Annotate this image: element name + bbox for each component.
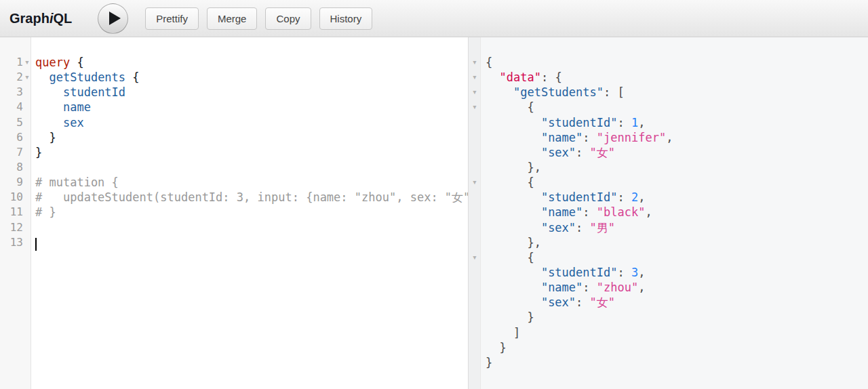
code-token-pnr bbox=[486, 295, 541, 309]
code-token-pnr: , bbox=[638, 190, 645, 204]
history-button[interactable]: History bbox=[319, 7, 373, 30]
code-token-str: "女" bbox=[590, 146, 615, 159]
fold-toggle-icon[interactable]: ▾ bbox=[470, 55, 479, 70]
code-token-pnr: } bbox=[486, 356, 492, 369]
code-token-pnr bbox=[486, 85, 513, 99]
code-token-pnr bbox=[486, 190, 541, 204]
code-token-pnr: { bbox=[486, 251, 534, 264]
line-number: 2 bbox=[0, 70, 23, 85]
text-cursor bbox=[35, 238, 37, 251]
code-token-pnr: { bbox=[486, 56, 492, 69]
logo-text-post: QL bbox=[53, 11, 72, 26]
code-token-pnr bbox=[486, 281, 541, 294]
code-token-prop: sex bbox=[63, 116, 84, 129]
result-code-line: ▾ { bbox=[469, 100, 868, 115]
query-code-line[interactable]: 6 } bbox=[0, 130, 468, 145]
fold-toggle-icon[interactable]: ▾ bbox=[22, 55, 32, 70]
line-number: 1 bbox=[0, 55, 23, 70]
fold-toggle-icon[interactable]: ▾ bbox=[470, 250, 479, 265]
query-code-line[interactable]: 1▾query { bbox=[0, 55, 468, 70]
code-token-prop: "studentId" bbox=[541, 116, 618, 129]
code-token-pnr bbox=[486, 146, 541, 159]
code-token-pnr bbox=[486, 266, 541, 279]
code-token-pnr: : bbox=[583, 281, 596, 294]
code-token-num: 1 bbox=[631, 116, 638, 129]
query-code-line[interactable]: 4 name bbox=[0, 100, 468, 115]
code-token-pn bbox=[35, 116, 63, 129]
code-token-pn bbox=[35, 70, 49, 84]
query-code-line[interactable]: 9# mutation { bbox=[0, 175, 468, 190]
code-token-pnr: : bbox=[583, 131, 596, 144]
result-code-line: "sex": "女" bbox=[469, 295, 868, 310]
code-token-pnr bbox=[486, 205, 541, 219]
fold-toggle-icon[interactable]: ▾ bbox=[470, 175, 479, 190]
query-code-line[interactable]: 2▾ getStudents { bbox=[0, 70, 468, 85]
copy-button[interactable]: Copy bbox=[265, 7, 311, 30]
merge-button[interactable]: Merge bbox=[207, 7, 258, 30]
code-token-pn bbox=[35, 100, 63, 114]
code-token-prop: "name" bbox=[541, 281, 583, 294]
result-code-line: ▾ "data": { bbox=[469, 70, 868, 85]
result-code-line: } bbox=[469, 355, 868, 370]
code-token-pnr: : bbox=[617, 190, 631, 204]
query-code-line[interactable]: 11# } bbox=[0, 205, 468, 220]
code-token-prop: "studentId" bbox=[541, 190, 618, 204]
result-code-line: }, bbox=[469, 235, 868, 250]
result-code-line: "sex": "女" bbox=[469, 145, 868, 160]
code-token-pnr: : bbox=[576, 221, 589, 234]
code-token-pnr: , bbox=[638, 116, 645, 129]
query-code-line[interactable]: 8 bbox=[0, 160, 468, 175]
code-token-pnr: }, bbox=[486, 236, 541, 249]
play-icon bbox=[109, 12, 121, 25]
code-token-pnr bbox=[486, 70, 499, 84]
code-token-pnr bbox=[486, 221, 541, 234]
result-code-line: ] bbox=[469, 325, 868, 340]
result-code-line: "sex": "男" bbox=[469, 220, 868, 235]
fold-toggle-icon[interactable]: ▾ bbox=[470, 100, 479, 115]
code-token-prop: "name" bbox=[541, 205, 583, 219]
execute-button[interactable] bbox=[98, 3, 128, 34]
fold-toggle-icon[interactable]: ▾ bbox=[22, 70, 32, 85]
fold-toggle-icon[interactable]: ▾ bbox=[470, 70, 479, 85]
code-token-kw: query bbox=[35, 56, 70, 69]
code-token-pn: { bbox=[70, 56, 83, 69]
result-code-line: "studentId": 2, bbox=[469, 190, 868, 205]
line-number: 9 bbox=[0, 175, 23, 190]
line-number: 7 bbox=[0, 145, 23, 160]
code-token-prop: name bbox=[63, 100, 91, 114]
code-token-pnr bbox=[486, 116, 541, 129]
line-number: 13 bbox=[0, 235, 23, 250]
query-code-line[interactable]: 10# updateStudent(studentId: 3, input: {… bbox=[0, 190, 468, 205]
code-token-pnr: , bbox=[638, 281, 645, 294]
code-token-pnr: { bbox=[486, 100, 534, 114]
result-code-line: ▾ "getStudents": [ bbox=[469, 85, 868, 100]
query-code-line[interactable]: 3 studentId bbox=[0, 85, 468, 100]
result-code-line: } bbox=[469, 340, 868, 355]
query-code-line[interactable]: 5 sex bbox=[0, 115, 468, 130]
code-token-pnr: } bbox=[486, 310, 534, 324]
code-token-prop: "sex" bbox=[541, 295, 576, 309]
code-token-cm: # updateStudent(studentId: 3, input: {na… bbox=[35, 190, 469, 204]
line-number: 6 bbox=[0, 130, 23, 145]
code-token-str: "女" bbox=[590, 295, 615, 309]
query-code-line[interactable]: 7} bbox=[0, 145, 468, 160]
code-token-prop: getStudents bbox=[49, 70, 125, 84]
code-token-pn: } bbox=[35, 146, 42, 159]
query-code-line[interactable]: 13 bbox=[0, 235, 468, 250]
fold-toggle-icon[interactable]: ▾ bbox=[470, 85, 479, 100]
query-code-line[interactable]: 12 bbox=[0, 220, 468, 235]
code-token-pnr: { bbox=[486, 176, 534, 189]
result-viewer: ▾{▾ "data": {▾ "getStudents": [▾ { "stud… bbox=[469, 37, 868, 389]
toolbar: GraphiQL Prettify Merge Copy History bbox=[0, 0, 868, 37]
result-code-line: } bbox=[469, 310, 868, 325]
code-token-pnr: : bbox=[617, 266, 631, 279]
code-token-prop: "name" bbox=[541, 131, 583, 144]
result-code-line: "studentId": 1, bbox=[469, 115, 868, 130]
result-code-line: ▾ { bbox=[469, 250, 868, 265]
code-token-pnr: : bbox=[576, 295, 589, 309]
code-token-pnr: , bbox=[645, 205, 652, 219]
code-token-pn: } bbox=[35, 131, 56, 144]
prettify-button[interactable]: Prettify bbox=[145, 7, 199, 30]
query-editor[interactable]: 1▾query {2▾ getStudents {3 studentId4 na… bbox=[0, 37, 469, 389]
code-token-pnr: : [ bbox=[604, 85, 625, 99]
